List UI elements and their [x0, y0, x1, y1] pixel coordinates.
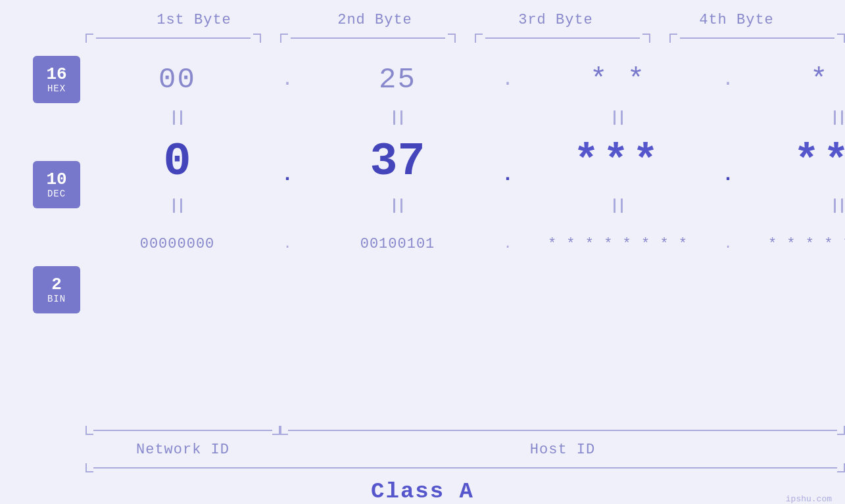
- dot1-dec: .: [281, 132, 293, 191]
- network-bracket-inner: [93, 430, 272, 431]
- eq-bar: [180, 198, 182, 213]
- content-area: 16 HEX 10 DEC 2 BIN 00 0: [0, 56, 845, 422]
- byte1-dec: 0: [163, 132, 191, 191]
- dot2-col: . . .: [488, 56, 527, 267]
- dot1-hex: .: [281, 56, 293, 103]
- dot2-hex: .: [502, 56, 514, 103]
- bracket-corner-right-3: [642, 34, 650, 43]
- byte2-data: 25 37 00100101: [307, 56, 488, 267]
- hex-num: 16: [46, 65, 66, 84]
- byte3-header: 3rd Byte: [466, 12, 646, 28]
- byte3-eq2: [614, 191, 623, 220]
- bracket-byte1: [85, 34, 261, 43]
- eq-bar: [614, 110, 616, 125]
- byte4-dec: ***: [794, 132, 845, 191]
- bracket-corner-right-1: [253, 34, 261, 43]
- byte2-dec: 37: [370, 132, 425, 191]
- byte3-dec: ***: [573, 132, 662, 191]
- data-grid: 00 0 00000000 . . .: [80, 56, 845, 267]
- byte1-data: 00 0 00000000: [87, 56, 268, 267]
- dec-badge: 10 DEC: [33, 161, 80, 208]
- eq-bar: [621, 198, 623, 213]
- bracket-line-1: [96, 37, 251, 39]
- eq-bar: [173, 110, 175, 125]
- watermark: ipshu.com: [786, 494, 832, 504]
- byte4-header: 4th Byte: [646, 12, 827, 28]
- eq-bar: [393, 198, 395, 213]
- byte3-data: * * *** * * * * * * * *: [527, 56, 708, 267]
- bottom-bracket-area: Network ID Host ID: [0, 426, 845, 458]
- eq-bar: [400, 110, 402, 125]
- eq-bar: [393, 110, 395, 125]
- bracket-line-3: [485, 37, 640, 39]
- byte3-bin: * * * * * * * *: [548, 220, 688, 267]
- hex-base: HEX: [47, 83, 66, 94]
- host-bracket-line: [280, 426, 845, 435]
- bracket-corner-left-2: [280, 34, 288, 43]
- labels-column: 16 HEX 10 DEC 2 BIN: [0, 56, 80, 313]
- network-bracket-right: [272, 426, 280, 435]
- byte2-hex: 25: [379, 56, 416, 103]
- bracket-corner-left-1: [85, 34, 93, 43]
- eq-bar: [400, 198, 402, 213]
- dot3-dec: .: [722, 132, 734, 191]
- byte1-bin: 00000000: [140, 220, 215, 267]
- bin-badge: 2 BIN: [33, 266, 80, 313]
- byte2-bin: 00100101: [360, 220, 435, 267]
- eq-bar: [841, 110, 843, 125]
- top-brackets: [0, 34, 845, 43]
- network-bracket-left: [85, 426, 93, 435]
- network-bracket: Network ID: [85, 426, 280, 458]
- eq-bar: [180, 110, 182, 125]
- dec-base: DEC: [47, 189, 66, 199]
- eq-bar: [173, 198, 175, 213]
- byte4-data: * * *** * * * * * * * *: [748, 56, 845, 267]
- host-id-label: Host ID: [530, 435, 595, 458]
- bracket-byte4: [669, 34, 845, 43]
- dec-num: 10: [46, 170, 66, 189]
- class-row: Class A ipshu.com: [0, 479, 845, 504]
- dot1-col: . . .: [268, 56, 307, 267]
- byte1-hex: 00: [158, 56, 196, 103]
- byte1-header: 1st Byte: [104, 12, 285, 28]
- full-bottom-bracket: [85, 463, 845, 472]
- host-bracket: Host ID: [280, 426, 845, 458]
- dot3-hex: .: [722, 56, 734, 103]
- bracket-byte2: [280, 34, 456, 43]
- host-bracket-inner: [288, 430, 837, 431]
- byte3-hex: * *: [590, 56, 646, 103]
- byte3-eq1: [614, 103, 623, 132]
- dot1-bin: .: [283, 220, 291, 267]
- bin-base: BIN: [47, 294, 66, 304]
- byte4-bin: * * * * * * * *: [768, 220, 845, 267]
- host-bracket-right: [837, 426, 845, 435]
- eq-bar: [841, 198, 843, 213]
- eq-bar: [834, 110, 836, 125]
- network-bracket-line: [85, 426, 280, 435]
- dot3-bin: .: [723, 220, 732, 267]
- byte4-eq2: [834, 191, 843, 220]
- dot2-bin: .: [503, 220, 512, 267]
- byte-headers: 1st Byte 2nd Byte 3rd Byte 4th Byte: [0, 0, 845, 28]
- byte4-eq1: [834, 103, 843, 132]
- bracket-corner-right-2: [448, 34, 456, 43]
- byte1-eq1: [173, 103, 182, 132]
- full-bracket-line: [85, 463, 845, 472]
- hex-badge: 16 HEX: [33, 56, 80, 103]
- byte2-eq2: [393, 191, 402, 220]
- bracket-line-2: [291, 37, 445, 39]
- main-container: 1st Byte 2nd Byte 3rd Byte 4th Byte: [0, 0, 845, 504]
- eq-bar: [621, 110, 623, 125]
- bracket-line-4: [680, 37, 834, 39]
- class-label: Class A: [371, 479, 474, 504]
- byte2-eq1: [393, 103, 402, 132]
- full-bracket-inner: [93, 467, 837, 469]
- bracket-byte3: [475, 34, 650, 43]
- host-bracket-left: [280, 426, 288, 435]
- bracket-corner-left-3: [475, 34, 483, 43]
- eq-bar: [614, 198, 616, 213]
- eq-bar: [834, 198, 836, 213]
- byte2-header: 2nd Byte: [285, 12, 466, 28]
- dot2-dec: .: [502, 132, 514, 191]
- network-id-label: Network ID: [136, 435, 229, 458]
